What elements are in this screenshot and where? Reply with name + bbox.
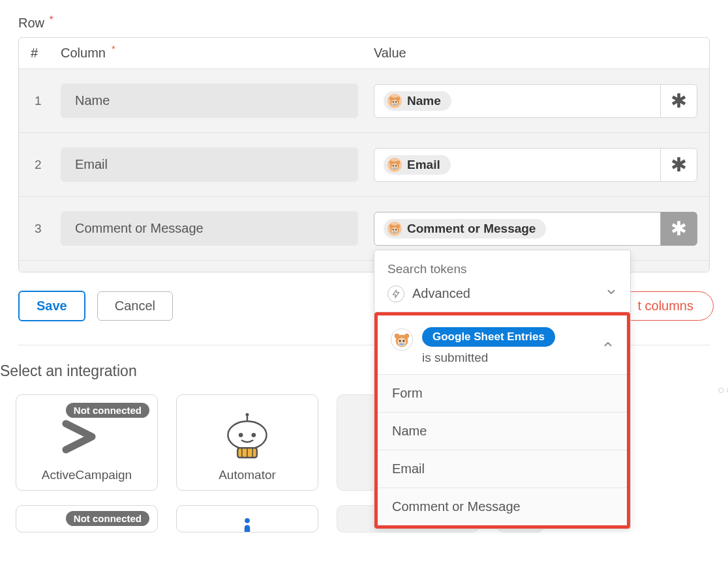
bolt-icon <box>387 285 404 302</box>
integration-card-placeholder[interactable]: Not connected <box>16 505 158 533</box>
save-button[interactable]: Save <box>18 291 85 321</box>
integration-card-placeholder[interactable] <box>176 505 318 533</box>
header-column-text: Column <box>61 46 106 60</box>
row-index: 3 <box>31 222 61 236</box>
token-option[interactable]: Comment or Message <box>378 488 627 525</box>
not-connected-badge: Not connected <box>66 403 149 418</box>
table-row: 2 Email Email ✱ <box>19 132 709 196</box>
dropdown-source-header[interactable]: Google Sheet Entries is submitted <box>378 315 627 375</box>
token-option[interactable]: Form <box>378 375 627 413</box>
automator-icon <box>183 405 311 468</box>
wpforms-icon <box>387 94 402 108</box>
token-picker-button[interactable]: ✱ <box>661 148 697 182</box>
advanced-label: Advanced <box>412 286 470 301</box>
token-search-input[interactable]: Search tokens <box>374 250 630 283</box>
wpforms-icon <box>387 222 402 236</box>
get-columns-button[interactable]: t columns <box>617 291 714 321</box>
highlighted-token-section: Google Sheet Entries is submitted Form N… <box>374 312 630 529</box>
wpforms-icon <box>391 328 413 351</box>
required-star: * <box>112 43 115 54</box>
token-label: Name <box>407 94 441 108</box>
token-option[interactable]: Email <box>378 450 627 488</box>
row-mapping-table: # Column * Value 1 Name Name <box>18 37 710 272</box>
table-row: 1 Name Name ✱ <box>19 68 709 132</box>
dropdown-advanced-section[interactable]: Advanced <box>374 283 630 312</box>
not-connected-badge: Not connected <box>66 511 149 526</box>
section-label-row: Row * <box>18 16 710 31</box>
column-field[interactable]: Name <box>61 83 358 118</box>
header-value: Value <box>374 46 697 61</box>
value-token[interactable]: Email <box>384 155 451 175</box>
row-index: 2 <box>31 158 61 172</box>
source-chip: Google Sheet Entries <box>422 327 555 347</box>
section-label-text: Row <box>18 16 44 30</box>
value-token[interactable]: Comment or Message <box>384 219 546 239</box>
value-field[interactable]: Comment or Message <box>374 212 661 246</box>
header-column: Column * <box>61 46 374 61</box>
token-label: Email <box>407 158 440 172</box>
integration-name: Automator <box>219 468 276 482</box>
value-token[interactable]: Name <box>384 91 451 111</box>
header-index: # <box>31 46 61 61</box>
chevron-up-icon <box>602 338 614 353</box>
token-option[interactable]: Name <box>378 413 627 450</box>
cancel-button[interactable]: Cancel <box>97 291 173 321</box>
token-picker-button[interactable]: ✱ <box>661 212 697 246</box>
integration-card-activecampaign[interactable]: Not connected ActiveCampaign <box>16 394 158 491</box>
source-subtitle: is submitted <box>422 351 593 365</box>
value-field[interactable]: Email <box>374 148 661 182</box>
ellipsis-icon[interactable]: ○○ <box>718 383 728 397</box>
row-index: 1 <box>31 94 61 108</box>
table-row: 3 Comment or Message Comment or Message … <box>19 196 709 260</box>
integration-name: ActiveCampaign <box>42 468 132 482</box>
required-star: * <box>50 14 53 25</box>
table-header: # Column * Value <box>19 38 709 68</box>
token-label: Comment or Message <box>407 222 536 236</box>
column-field[interactable]: Email <box>61 147 358 182</box>
chevron-down-icon <box>605 286 617 301</box>
column-field[interactable]: Comment or Message <box>61 211 358 246</box>
token-dropdown: Search tokens Advanced <box>374 250 631 529</box>
wpforms-icon <box>387 158 402 172</box>
integration-card-automator[interactable]: Automator <box>176 394 318 491</box>
info-icon <box>183 516 311 533</box>
token-picker-button[interactable]: ✱ <box>661 84 697 118</box>
value-field[interactable]: Name <box>374 84 661 118</box>
